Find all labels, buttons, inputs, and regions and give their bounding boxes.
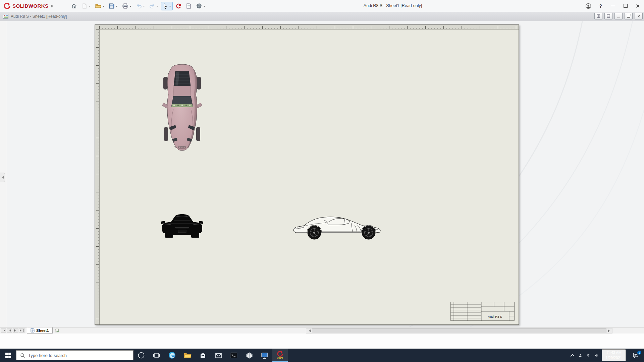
rebuild-icon — [175, 3, 181, 9]
taskbar-terminal-button[interactable] — [226, 349, 241, 362]
person-icon — [578, 352, 582, 358]
chevron-down-icon[interactable] — [143, 6, 145, 8]
window-title: Audi R8 S - Sheet1 [Read-only] — [364, 0, 422, 12]
taskbar-mail-button[interactable] — [211, 349, 226, 362]
action-center-button[interactable]: 2 — [627, 349, 644, 362]
speaker-icon — [594, 352, 598, 359]
taskbar-cortana-button[interactable] — [133, 349, 149, 362]
taskbar-task-view-button[interactable] — [149, 349, 164, 362]
chevron-down-icon[interactable] — [129, 6, 131, 8]
edge-icon — [168, 351, 176, 359]
mail-icon — [215, 352, 222, 359]
chevron-down-icon[interactable] — [156, 6, 158, 8]
first-sheet-button[interactable] — [1, 328, 6, 333]
save-button[interactable] — [107, 2, 119, 10]
gear-icon — [196, 3, 202, 9]
print-button[interactable] — [120, 2, 133, 10]
minimize-button[interactable] — [607, 0, 619, 12]
drawing-view-side[interactable] — [291, 212, 385, 240]
taskbar-3d-viewer-button[interactable] — [241, 349, 257, 362]
open-button[interactable] — [93, 2, 106, 10]
solidworks-menu[interactable]: SOLIDWORKS — [0, 2, 57, 10]
notification-count-badge: 2 — [637, 351, 641, 355]
chevron-down-icon[interactable] — [89, 6, 91, 8]
redo-button[interactable] — [148, 2, 160, 10]
car-top-view — [162, 64, 202, 150]
minimize-icon — [617, 17, 620, 17]
document-titlebar: Audi R8 S - Sheet1 [Read-only] — [0, 12, 644, 21]
taskbar-clock[interactable]: 11:43 AM 1/29/2021 — [602, 349, 626, 361]
graphics-area[interactable]: Audi R8 S — [0, 21, 644, 327]
maximize-button[interactable] — [619, 0, 632, 12]
taskbar-solidworks-button[interactable]: 2021 — [272, 349, 288, 362]
new-document-button[interactable] — [80, 2, 92, 10]
start-button[interactable] — [0, 349, 16, 362]
panel-flyout-button[interactable] — [0, 173, 5, 182]
next-sheet-button[interactable] — [13, 328, 18, 333]
doc-restore-button[interactable] — [625, 13, 633, 19]
chevron-right-icon — [20, 329, 23, 332]
account-button[interactable] — [582, 0, 594, 12]
close-icon — [636, 4, 640, 8]
chevron-left-icon — [308, 329, 311, 332]
cortana-icon — [138, 352, 145, 359]
redo-icon — [149, 3, 155, 9]
drawing-sheet[interactable]: Audi R8 S — [95, 24, 519, 325]
show-hidden-icons-button[interactable] — [568, 349, 576, 362]
quick-access-toolbar — [69, 2, 207, 10]
doc-close-button[interactable] — [635, 13, 643, 19]
chevron-left-icon — [1, 176, 4, 179]
window-layout-button-2[interactable] — [604, 13, 612, 19]
drawing-view-top[interactable] — [162, 63, 202, 152]
window-layout-button-1[interactable] — [594, 13, 602, 19]
scrollbar-thumb[interactable] — [312, 328, 606, 333]
solidworks-window: SOLIDWORKS — [0, 0, 644, 362]
doc-minimize-button[interactable] — [614, 13, 623, 19]
last-sheet-button[interactable] — [19, 328, 24, 333]
add-sheet-button[interactable] — [53, 328, 61, 333]
horizontal-scrollbar[interactable] — [306, 328, 612, 334]
chevron-down-icon[interactable] — [102, 6, 104, 8]
scroll-right-button[interactable] — [607, 328, 612, 333]
solidworks-app-icon: 2021 — [277, 351, 283, 360]
taskbar-display-button[interactable] — [257, 349, 272, 362]
chevron-left-icon — [2, 329, 5, 332]
undo-button[interactable] — [134, 2, 147, 10]
windows-logo-icon — [5, 353, 11, 358]
taskbar-edge-button[interactable] — [164, 349, 180, 362]
chevron-up-icon — [570, 354, 575, 358]
search-input[interactable]: Type here to search — [16, 350, 133, 360]
window-controls: ? — [582, 0, 644, 12]
tab-sheet1[interactable]: Sheet1 — [27, 327, 53, 334]
chevron-down-icon[interactable] — [203, 6, 205, 8]
store-icon — [199, 352, 207, 359]
chevron-down-icon[interactable] — [169, 6, 171, 8]
tray-volume-button[interactable] — [592, 349, 600, 362]
taskbar-store-button[interactable] — [195, 349, 211, 362]
help-button[interactable]: ? — [594, 0, 607, 12]
clock-time: 11:43 AM — [604, 350, 623, 355]
scroll-left-button[interactable] — [306, 328, 312, 333]
previous-sheet-button[interactable] — [7, 328, 12, 333]
home-button[interactable] — [69, 2, 79, 10]
select-tool-button[interactable] — [161, 2, 173, 10]
titlebar: SOLIDWORKS — [0, 0, 644, 12]
horizontal-ruler — [99, 25, 519, 29]
taskbar-file-explorer-button[interactable] — [180, 349, 195, 362]
restore-icon — [627, 15, 630, 18]
brand-expand-icon[interactable] — [51, 5, 55, 7]
first-icon — [2, 329, 2, 332]
chevron-down-icon[interactable] — [116, 6, 118, 8]
rebuild-button[interactable] — [174, 2, 183, 10]
add-sheet-icon — [55, 328, 59, 333]
solidworks-logo-icon — [3, 2, 11, 10]
file-properties-button[interactable] — [184, 2, 193, 10]
drawing-view-front[interactable] — [161, 212, 203, 240]
car-front-view — [161, 214, 203, 238]
account-icon — [585, 3, 591, 9]
help-icon: ? — [599, 3, 602, 9]
tray-account-button[interactable] — [576, 349, 584, 362]
options-button[interactable] — [194, 2, 207, 10]
tray-network-button[interactable] — [584, 349, 592, 362]
close-button[interactable] — [632, 0, 644, 12]
